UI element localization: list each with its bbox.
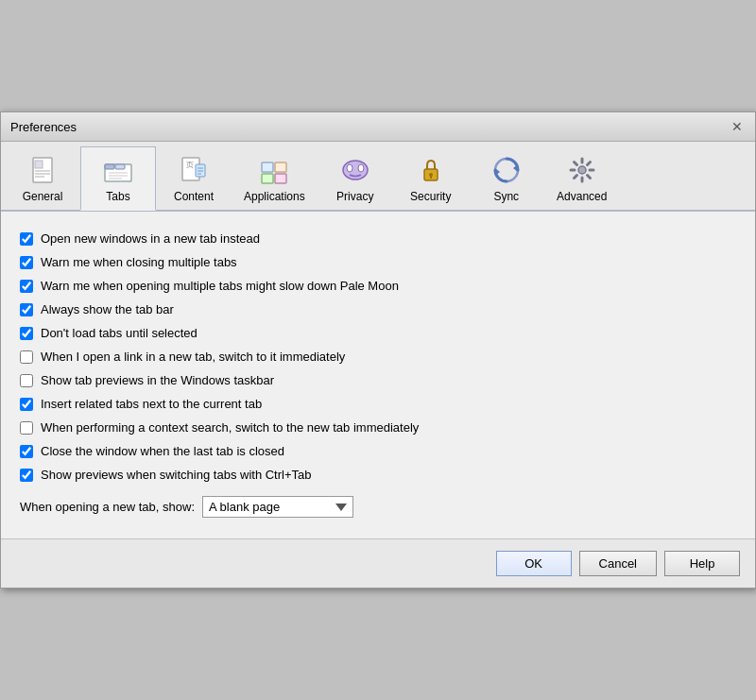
close-button[interactable]: ✕ [729,118,746,135]
checkbox-row-cb6[interactable]: When I open a link in a new tab, switch … [20,345,736,368]
checkbox-cb1[interactable] [20,232,33,246]
tab-sync[interactable]: Sync [469,146,544,211]
checkbox-list: Open new windows in a new tab insteadWar… [20,227,736,487]
checkbox-row-cb3[interactable]: Warn me when opening multiple tabs might… [20,274,736,298]
general-icon [26,153,60,187]
svg-rect-26 [430,175,432,179]
checkbox-cb4[interactable] [20,303,33,316]
checkbox-row-cb4[interactable]: Always show the tab bar [20,298,736,321]
svg-point-30 [578,166,586,174]
checkbox-label-cb8: Insert related tabs next to the current … [41,397,262,411]
tab-applications[interactable]: Applications [232,146,318,211]
checkbox-label-cb1: Open new windows in a new tab instead [41,231,260,246]
checkbox-cb10[interactable] [20,445,33,458]
checkbox-label-cb10: Close the window when the last tab is cl… [41,444,284,458]
checkbox-cb6[interactable] [20,350,33,364]
tab-content[interactable]: 页 Content [156,146,232,211]
svg-text:页: 页 [186,161,194,169]
tab-tabs-label: Tabs [106,190,129,203]
checkbox-label-cb11: Show previews when switching tabs with C… [41,468,312,482]
content-panel: Open new windows in a new tab insteadWar… [1,212,755,538]
svg-point-22 [347,164,352,172]
checkbox-row-cb5[interactable]: Don't load tabs until selected [20,321,736,345]
tab-general-label: General [23,190,63,203]
content-icon: 页 [177,153,211,187]
checkbox-cb9[interactable] [20,421,33,435]
tab-advanced-label: Advanced [557,190,607,203]
checkbox-row-cb8[interactable]: Insert related tabs next to the current … [20,392,736,416]
svg-line-37 [587,162,590,165]
ok-button[interactable]: OK [496,551,572,576]
tab-advanced[interactable]: Advanced [544,146,620,211]
checkbox-label-cb7: Show tab previews in the Windows taskbar [41,373,274,387]
tab-tabs[interactable]: Tabs [80,146,156,211]
svg-rect-19 [262,174,273,183]
svg-line-38 [574,176,576,179]
checkbox-label-cb2: Warn me when closing multiple tabs [41,255,237,269]
checkbox-label-cb9: When performing a context search, switch… [41,420,419,435]
window-title: Preferences [10,120,77,134]
checkbox-row-cb10[interactable]: Close the window when the last tab is cl… [20,439,736,463]
checkbox-row-cb11[interactable]: Show previews when switching tabs with C… [20,463,736,487]
help-button[interactable]: Help [664,551,740,576]
svg-rect-1 [35,161,43,168]
cancel-button[interactable]: Cancel [579,551,657,576]
checkbox-cb5[interactable] [20,327,33,340]
tab-privacy-label: Privacy [336,190,373,203]
tab-privacy[interactable]: Privacy [318,146,393,211]
advanced-icon [565,153,599,187]
checkbox-cb2[interactable] [20,256,33,269]
checkbox-row-cb9[interactable]: When performing a context search, switch… [20,416,736,439]
svg-rect-20 [275,174,286,183]
checkbox-row-cb7[interactable]: Show tab previews in the Windows taskbar [20,368,736,392]
tab-content-label: Content [174,190,214,203]
tab-sync-label: Sync [493,190,519,203]
checkbox-label-cb6: When I open a link in a new tab, switch … [41,350,345,364]
svg-line-36 [587,176,590,179]
new-tab-dropdown[interactable]: A blank pageMy home pageA blank pageNew … [202,496,353,518]
svg-point-23 [358,164,364,172]
checkbox-cb3[interactable] [20,280,33,293]
checkbox-label-cb3: Warn me when opening multiple tabs might… [41,279,399,293]
checkbox-row-cb1[interactable]: Open new windows in a new tab instead [20,227,736,250]
tabs-icon [101,153,135,187]
checkbox-cb11[interactable] [20,469,33,482]
tab-bar: General Tabs 页 [1,142,755,212]
dropdown-row: When opening a new tab, show: A blank pa… [20,487,736,523]
privacy-icon [338,153,372,187]
sync-icon [490,153,524,187]
checkbox-row-cb2[interactable]: Warn me when closing multiple tabs [20,250,736,274]
applications-icon [257,153,291,187]
svg-rect-18 [275,162,286,172]
footer: OK Cancel Help [1,538,755,588]
checkbox-label-cb4: Always show the tab bar [41,302,174,316]
security-icon [414,153,448,187]
dropdown-label: When opening a new tab, show: [20,500,195,514]
checkbox-cb7[interactable] [20,374,33,387]
checkbox-label-cb5: Don't load tabs until selected [41,326,198,340]
tab-general[interactable]: General [5,146,80,211]
svg-rect-7 [115,164,125,169]
tab-applications-label: Applications [244,190,305,203]
preferences-window: Preferences ✕ General [0,111,756,589]
title-bar: Preferences ✕ [1,112,755,142]
svg-rect-17 [262,162,273,172]
svg-line-35 [574,162,576,165]
svg-rect-6 [105,164,114,169]
tab-security-label: Security [410,190,451,203]
checkbox-cb8[interactable] [20,398,33,411]
tab-security[interactable]: Security [393,146,469,211]
